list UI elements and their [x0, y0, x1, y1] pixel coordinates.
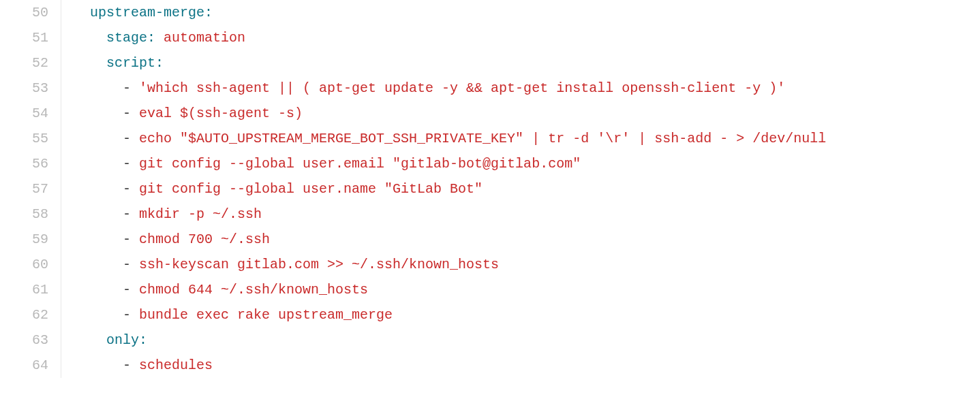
- code-line: only:: [74, 328, 980, 353]
- code-line: script:: [74, 50, 980, 76]
- code-line: - chmod 644 ~/.ssh/known_hosts: [74, 277, 980, 302]
- token-dash: -: [123, 232, 139, 247]
- line-number: 58: [0, 202, 48, 227]
- line-number-gutter: 505152535455565758596061626364: [0, 0, 61, 378]
- code-line: - chmod 700 ~/.ssh: [74, 227, 980, 252]
- token-key: only:: [106, 332, 147, 348]
- token-str: automation: [164, 30, 245, 46]
- code-line: - git config --global user.email "gitlab…: [74, 151, 980, 176]
- token-str: git config --global user.email "gitlab-b…: [139, 156, 581, 172]
- code-line: upstream-merge:: [74, 0, 980, 25]
- token: [155, 30, 164, 46]
- line-number: 57: [0, 176, 48, 202]
- code-line: - ssh-keyscan gitlab.com >> ~/.ssh/known…: [74, 252, 980, 277]
- token-key: script:: [106, 55, 164, 71]
- token-dash: -: [123, 357, 139, 373]
- code-line: - bundle exec rake upstream_merge: [74, 302, 980, 328]
- line-number: 51: [0, 25, 48, 50]
- token-dash: -: [123, 156, 139, 172]
- token-dash: -: [123, 206, 139, 222]
- token-dash: -: [123, 257, 139, 272]
- token-str: git config --global user.name "GitLab Bo…: [139, 181, 483, 197]
- line-number: 50: [0, 0, 48, 25]
- line-number: 55: [0, 126, 48, 151]
- line-number: 54: [0, 101, 48, 126]
- token-str: chmod 644 ~/.ssh/known_hosts: [139, 282, 368, 298]
- code-line: - eval $(ssh-agent -s): [74, 101, 980, 126]
- token-key: upstream-merge:: [90, 5, 213, 20]
- code-content[interactable]: upstream-merge: stage: automation script…: [61, 0, 980, 378]
- line-number: 63: [0, 328, 48, 353]
- token-dash: -: [123, 80, 139, 96]
- token-dash: -: [123, 307, 139, 323]
- token-str: 'which ssh-agent || ( apt-get update -y …: [139, 80, 785, 96]
- code-line: - 'which ssh-agent || ( apt-get update -…: [74, 76, 980, 101]
- token-str: mkdir -p ~/.ssh: [139, 206, 262, 222]
- token-dash: -: [123, 181, 139, 197]
- code-line: - echo "$AUTO_UPSTREAM_MERGE_BOT_SSH_PRI…: [74, 126, 980, 151]
- token-str: bundle exec rake upstream_merge: [139, 307, 393, 323]
- line-number: 61: [0, 277, 48, 302]
- line-number: 53: [0, 76, 48, 101]
- line-number: 52: [0, 50, 48, 76]
- token-str: eval $(ssh-agent -s): [139, 106, 303, 121]
- code-line: - schedules: [74, 353, 980, 378]
- token-dash: -: [123, 282, 139, 298]
- line-number: 59: [0, 227, 48, 252]
- token-dash: -: [123, 131, 139, 146]
- line-number: 56: [0, 151, 48, 176]
- token-key: stage:: [106, 30, 155, 46]
- token-str: schedules: [139, 357, 213, 373]
- token-dash: -: [123, 106, 139, 121]
- token-str: echo "$AUTO_UPSTREAM_MERGE_BOT_SSH_PRIVA…: [139, 131, 826, 146]
- line-number: 64: [0, 353, 48, 378]
- token-str: ssh-keyscan gitlab.com >> ~/.ssh/known_h…: [139, 257, 499, 272]
- token-str: chmod 700 ~/.ssh: [139, 232, 270, 247]
- code-line: - git config --global user.name "GitLab …: [74, 176, 980, 202]
- code-block: 505152535455565758596061626364 upstream-…: [0, 0, 980, 378]
- line-number: 62: [0, 302, 48, 328]
- line-number: 60: [0, 252, 48, 277]
- code-line: - mkdir -p ~/.ssh: [74, 202, 980, 227]
- code-line: stage: automation: [74, 25, 980, 50]
